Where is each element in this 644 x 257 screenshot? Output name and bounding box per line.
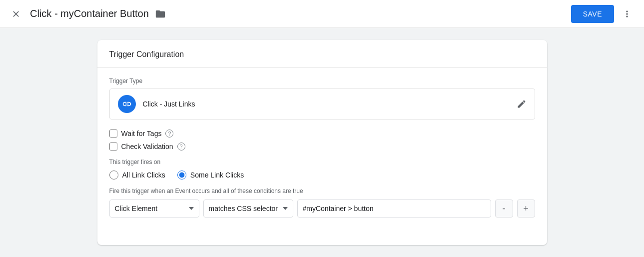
check-validation-label[interactable]: Check Validation	[121, 142, 173, 150]
save-button[interactable]: SAVE	[571, 5, 614, 23]
conditions-row: Click Element Click Classes Click ID Cli…	[109, 200, 535, 218]
condition-value-input[interactable]	[297, 200, 491, 218]
some-link-clicks-radio[interactable]	[177, 170, 186, 180]
some-link-clicks-option[interactable]: Some Link Clicks	[177, 170, 244, 180]
edit-trigger-icon[interactable]	[517, 99, 527, 109]
card-body: Trigger Type Click - Just Links Wait for	[97, 68, 547, 228]
all-link-clicks-option[interactable]: All Link Clicks	[109, 170, 165, 180]
card-title: Trigger Configuration	[109, 50, 184, 58]
condition-operator-select[interactable]: matches CSS selector contains equals sta…	[203, 200, 293, 218]
more-options-button[interactable]	[618, 5, 636, 23]
conditions-label: Fire this trigger when an Event occurs a…	[109, 188, 535, 194]
check-validation-help-icon[interactable]: ?	[177, 142, 185, 150]
trigger-type-icon	[118, 95, 136, 113]
top-bar: Click - myContainer Button SAVE	[0, 0, 644, 28]
card-header: Trigger Configuration	[97, 40, 547, 68]
close-button[interactable]	[8, 6, 24, 22]
remove-condition-button[interactable]: -	[495, 200, 513, 218]
all-link-clicks-label[interactable]: All Link Clicks	[122, 171, 165, 179]
config-card: Trigger Configuration Trigger Type Click…	[97, 40, 547, 245]
wait-for-tags-checkbox[interactable]	[109, 130, 117, 138]
main-content: Trigger Configuration Trigger Type Click…	[0, 28, 644, 257]
condition-variable-select[interactable]: Click Element Click Classes Click ID Cli…	[109, 200, 199, 218]
wait-for-tags-label[interactable]: Wait for Tags	[121, 130, 162, 138]
fires-on-label: This trigger fires on	[109, 158, 535, 166]
top-bar-left: Click - myContainer Button	[8, 6, 166, 22]
check-validation-checkbox[interactable]	[109, 142, 117, 150]
wait-for-tags-row: Wait for Tags ?	[109, 130, 535, 138]
wait-for-tags-help-icon[interactable]: ?	[165, 130, 173, 138]
page-title: Click - myContainer Button	[30, 8, 149, 20]
top-bar-right: SAVE	[571, 5, 636, 23]
check-validation-row: Check Validation ?	[109, 142, 535, 150]
all-link-clicks-radio[interactable]	[109, 170, 118, 180]
folder-icon	[155, 8, 166, 20]
trigger-name: Click - Just Links	[143, 100, 517, 108]
some-link-clicks-label[interactable]: Some Link Clicks	[190, 171, 244, 179]
add-condition-button[interactable]: +	[517, 200, 535, 218]
trigger-type-box[interactable]: Click - Just Links	[109, 88, 535, 120]
fires-on-radio-row: All Link Clicks Some Link Clicks	[109, 170, 535, 180]
trigger-type-label: Trigger Type	[109, 78, 535, 84]
